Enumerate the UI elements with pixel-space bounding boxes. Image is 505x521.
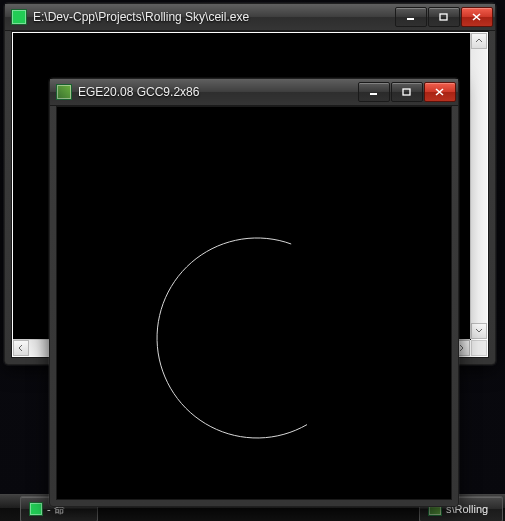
window-title: EGE20.08 GCC9.2x86	[78, 85, 357, 99]
svg-rect-3	[403, 89, 410, 95]
window-buttons	[394, 7, 493, 27]
titlebar-front[interactable]: EGE20.08 GCC9.2x86	[50, 79, 458, 106]
maximize-button[interactable]	[391, 82, 423, 102]
maximize-icon	[439, 13, 449, 21]
close-button[interactable]	[461, 7, 493, 27]
maximize-button[interactable]	[428, 7, 460, 27]
close-icon	[472, 13, 482, 21]
window-ege: EGE20.08 GCC9.2x86	[49, 78, 459, 507]
close-icon	[435, 88, 445, 96]
scroll-down-button[interactable]	[471, 323, 487, 339]
chevron-left-icon	[17, 344, 25, 352]
close-button[interactable]	[424, 82, 456, 102]
scroll-left-button[interactable]	[13, 340, 29, 356]
maximize-icon	[402, 88, 412, 96]
minimize-button[interactable]	[358, 82, 390, 102]
minimize-icon	[406, 13, 416, 21]
app-icon	[29, 502, 43, 516]
app-icon	[56, 84, 72, 100]
scrollbar-corner	[471, 340, 487, 356]
arc-drawing	[57, 107, 451, 500]
chevron-up-icon	[475, 37, 483, 45]
chevron-right-icon	[458, 344, 466, 352]
window-buttons	[357, 82, 456, 102]
app-icon	[11, 9, 27, 25]
minimize-button[interactable]	[395, 7, 427, 27]
chevron-down-icon	[475, 327, 483, 335]
svg-rect-1	[440, 14, 447, 20]
scroll-up-button[interactable]	[471, 33, 487, 49]
minimize-icon	[369, 88, 379, 96]
vertical-scrollbar[interactable]	[470, 33, 487, 339]
window-title: E:\Dev-Cpp\Projects\Rolling Sky\ceil.exe	[33, 10, 394, 24]
graphics-canvas-area	[56, 106, 452, 500]
titlebar-back[interactable]: E:\Dev-Cpp\Projects\Rolling Sky\ceil.exe	[5, 4, 495, 31]
